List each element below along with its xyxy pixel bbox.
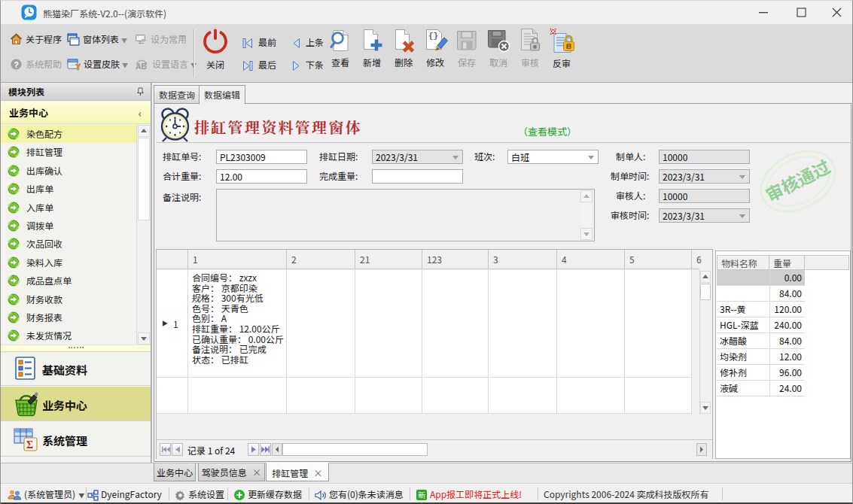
svg-text:Σ: Σ bbox=[26, 439, 33, 451]
svg-text:Y: Y bbox=[75, 62, 81, 71]
svg-text:审核通过: 审核通过 bbox=[760, 153, 833, 207]
svg-text:?: ? bbox=[14, 60, 19, 69]
svg-text:1: 1 bbox=[567, 44, 570, 49]
svg-text:新: 新 bbox=[418, 489, 425, 500]
svg-text:AB: AB bbox=[136, 62, 148, 71]
svg-text:{}: {} bbox=[428, 32, 438, 41]
